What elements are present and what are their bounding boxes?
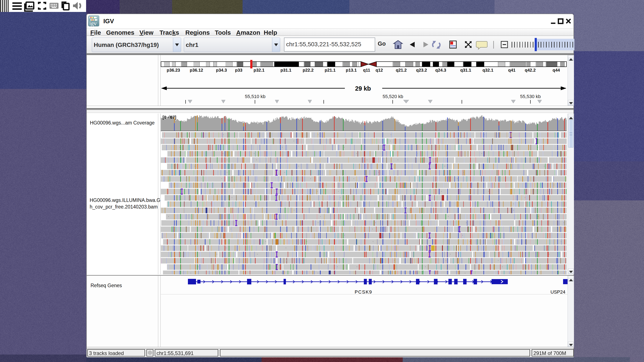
svg-text:igv: igv	[89, 20, 97, 26]
